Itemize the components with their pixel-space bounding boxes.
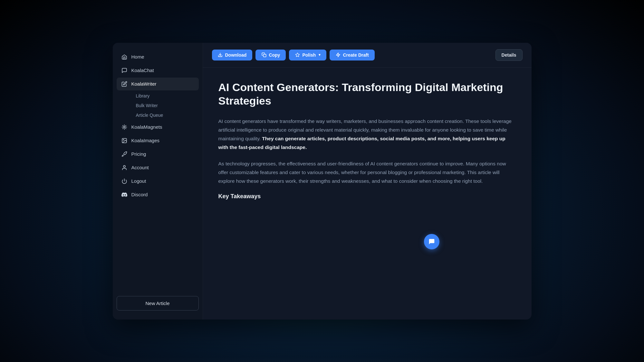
article-title: AI Content Generators: Transforming Digi… (218, 80, 516, 108)
sidebar-sub-bulk-writer[interactable]: Bulk Writer (131, 101, 199, 110)
sidebar-item-koalamagnets-label: KoalaMagnets (131, 124, 162, 130)
details-button[interactable]: Details (495, 49, 523, 61)
main-content: Download Copy Polish ▾ (203, 43, 532, 320)
sidebar-item-pricing[interactable]: Pricing (117, 148, 199, 161)
article-paragraph-2: As technology progresses, the effectiven… (218, 159, 516, 185)
copy-icon (261, 52, 266, 58)
sidebar-item-koalaimages-label: KoalaImages (131, 138, 160, 143)
pencil-icon (121, 81, 128, 87)
discord-icon (121, 191, 128, 198)
polish-button[interactable]: Polish ▾ (289, 50, 326, 60)
new-article-button[interactable]: New Article (117, 296, 199, 311)
article-paragraph-1: AI content generators have transformed t… (218, 117, 516, 152)
download-button[interactable]: Download (212, 50, 253, 60)
chat-bubble-button[interactable] (424, 234, 439, 249)
sidebar-item-logout-label: Logout (131, 178, 146, 184)
sidebar-item-account-label: Account (131, 165, 149, 170)
rocket-icon (121, 151, 128, 157)
key-takeaways-heading: Key Takeaways (218, 193, 516, 200)
user-icon (121, 164, 128, 171)
svg-marker-7 (295, 53, 300, 57)
svg-point-2 (123, 139, 124, 140)
sidebar-item-discord[interactable]: Discord (117, 188, 199, 201)
chat-icon (121, 67, 128, 74)
download-icon (218, 52, 223, 58)
sidebar-item-koalawriter-label: KoalaWriter (131, 81, 157, 87)
chevron-down-icon: ▾ (319, 53, 321, 57)
sidebar-sub-library[interactable]: Library (131, 91, 199, 101)
sidebar-sub-article-queue[interactable]: Article Queue (131, 110, 199, 120)
svg-point-0 (123, 126, 125, 128)
svg-rect-6 (264, 54, 266, 57)
sidebar-item-logout[interactable]: Logout (117, 175, 199, 188)
sidebar: Home KoalaChat KoalaWriter (113, 43, 203, 320)
toolbar: Download Copy Polish ▾ (203, 43, 532, 68)
sidebar-item-account[interactable]: Account (117, 161, 199, 174)
sidebar-item-discord-label: Discord (131, 192, 148, 197)
sidebar-item-koalachat[interactable]: KoalaChat (117, 64, 199, 77)
copy-button[interactable]: Copy (255, 50, 286, 60)
sidebar-nav: Home KoalaChat KoalaWriter (113, 51, 203, 292)
power-icon (121, 178, 128, 184)
sidebar-item-koalawriter[interactable]: KoalaWriter (117, 78, 199, 90)
home-icon (121, 54, 128, 60)
sidebar-item-home[interactable]: Home (117, 51, 199, 63)
lightning-icon (335, 52, 341, 58)
svg-point-3 (123, 165, 125, 167)
sidebar-item-koalachat-label: KoalaChat (131, 68, 154, 73)
sidebar-item-home-label: Home (131, 54, 144, 60)
content-area: AI Content Generators: Transforming Digi… (203, 68, 532, 320)
sparkle-icon (295, 52, 300, 58)
image-icon (121, 137, 128, 144)
sidebar-item-koalamagnets[interactable]: KoalaMagnets (117, 121, 199, 134)
sidebar-item-koalaimages[interactable]: KoalaImages (117, 134, 199, 147)
sidebar-bottom: New Article (113, 292, 203, 314)
sidebar-sub-writer: Library Bulk Writer Article Queue (117, 91, 199, 120)
create-draft-button[interactable]: Create Draft (330, 50, 374, 60)
magnet-icon (121, 124, 128, 130)
sidebar-item-pricing-label: Pricing (131, 151, 146, 157)
